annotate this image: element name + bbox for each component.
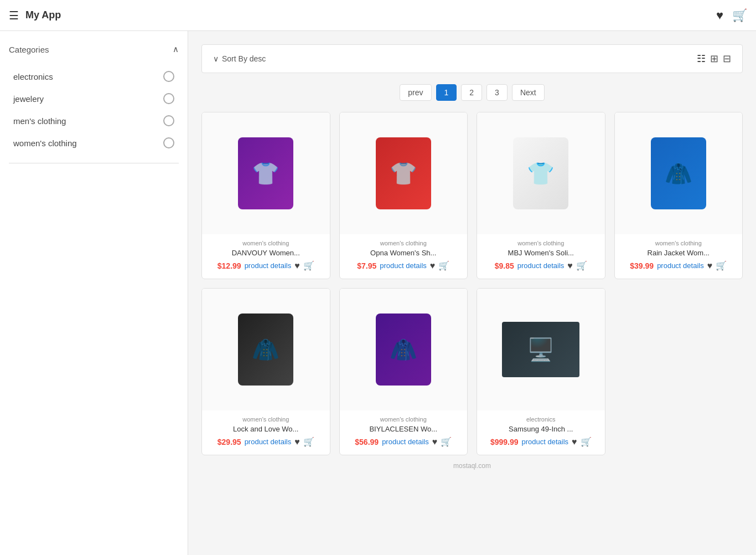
wishlist-icon[interactable]: ♥ — [716, 8, 723, 23]
product-details-link-p4[interactable]: product details — [657, 261, 704, 270]
view-list-icon[interactable]: ☷ — [697, 53, 706, 65]
product-card-p6: 🧥 women's clothing BIYLACLESEN Wo... $56… — [339, 288, 468, 455]
product-price-p6: $56.99 — [355, 438, 379, 446]
product-details-link-p1[interactable]: product details — [245, 261, 292, 270]
product-name-p4: Rain Jacket Wom... — [622, 249, 736, 257]
product-image-p7[interactable]: 🖥️ — [477, 289, 605, 410]
product-name-p6: BIYLACLESEN Wo... — [346, 425, 461, 433]
product-actions-p7: ♥ 🛒 — [572, 436, 592, 447]
topnav-actions: ♥ 🛒 — [716, 8, 747, 23]
wishlist-btn-p6[interactable]: ♥ — [432, 436, 438, 447]
wishlist-btn-p2[interactable]: ♥ — [430, 260, 436, 271]
view-toggle: ☷ ⊞ ⊟ — [697, 53, 731, 65]
womens-clothing-radio[interactable] — [163, 137, 174, 148]
page-2-button[interactable]: 2 — [461, 84, 482, 101]
product-info-p1: women's clothing DANVOUY Women... $12.99… — [202, 234, 330, 279]
categories-collapse-icon[interactable]: ∧ — [173, 44, 179, 54]
view-grid2-icon[interactable]: ⊞ — [710, 53, 718, 65]
cart-btn-p4[interactable]: 🛒 — [716, 260, 727, 271]
product-card-p1: 👕 women's clothing DANVOUY Women... $12.… — [201, 112, 330, 279]
sort-by-button[interactable]: ∨ Sort By desc — [213, 54, 266, 63]
product-image-p1[interactable]: 👕 — [202, 112, 330, 234]
product-details-link-p5[interactable]: product details — [245, 438, 292, 446]
cart-icon[interactable]: 🛒 — [732, 8, 747, 23]
menu-icon[interactable]: ☰ — [9, 9, 19, 22]
product-card-p7: 🖥️ electronics Samsung 49-Inch ... $999.… — [477, 288, 605, 455]
sidebar-divider — [9, 163, 179, 163]
product-category-p7: electronics — [484, 416, 598, 423]
product-info-p4: women's clothing Rain Jacket Wom... $39.… — [615, 234, 743, 279]
sort-bar: ∨ Sort By desc ☷ ⊞ ⊟ — [201, 44, 743, 73]
page-1-button[interactable]: 1 — [436, 84, 457, 101]
sidebar-item-jewelery[interactable]: jewelery — [9, 88, 179, 110]
product-image-p4[interactable]: 🧥 — [615, 112, 743, 234]
cart-btn-p3[interactable]: 🛒 — [576, 260, 587, 271]
sort-label-text: Sort By desc — [222, 54, 266, 63]
product-thumbnail-p1: 👕 — [238, 137, 293, 209]
product-name-p5: Lock and Love Wo... — [209, 425, 323, 433]
cart-btn-p2[interactable]: 🛒 — [438, 260, 449, 271]
electronics-radio[interactable] — [163, 71, 174, 82]
mens-clothing-radio[interactable] — [163, 115, 174, 126]
cart-btn-p5[interactable]: 🛒 — [303, 436, 314, 447]
product-card-p3: 👕 women's clothing MBJ Women's Soli... $… — [477, 112, 605, 279]
product-thumbnail-p2: 👕 — [376, 137, 431, 209]
page-3-button[interactable]: 3 — [486, 84, 508, 101]
product-price-p2: $7.95 — [357, 261, 376, 270]
product-thumbnail-p3: 👕 — [513, 137, 568, 209]
product-price-p7: $999.99 — [490, 438, 519, 446]
product-price-p1: $12.99 — [218, 261, 241, 270]
topnav: ☰ My App ♥ 🛒 — [0, 0, 756, 31]
sidebar-item-mens-clothing[interactable]: men's clothing — [9, 110, 179, 132]
wishlist-btn-p4[interactable]: ♥ — [707, 260, 713, 271]
next-button[interactable]: Next — [512, 84, 545, 101]
sort-chevron-icon: ∨ — [213, 54, 219, 63]
wishlist-btn-p3[interactable]: ♥ — [567, 260, 573, 271]
product-details-link-p2[interactable]: product details — [380, 261, 427, 270]
product-grid-row1: 👕 women's clothing DANVOUY Women... $12.… — [201, 112, 743, 279]
product-image-p2[interactable]: 👕 — [340, 112, 468, 234]
product-image-p5[interactable]: 🧥 — [202, 289, 330, 410]
cart-btn-p7[interactable]: 🛒 — [581, 436, 592, 447]
product-details-link-p6[interactable]: product details — [382, 438, 429, 446]
product-image-p6[interactable]: 🧥 — [340, 289, 468, 410]
prev-button[interactable]: prev — [400, 84, 431, 101]
cart-btn-p6[interactable]: 🛒 — [441, 436, 452, 447]
product-price-p3: $9.85 — [495, 261, 514, 270]
product-image-p3[interactable]: 👕 — [477, 112, 605, 234]
wishlist-btn-p1[interactable]: ♥ — [294, 260, 300, 271]
product-info-p2: women's clothing Opna Women's Sh... $7.9… — [340, 234, 468, 279]
categories-label: Categories — [9, 45, 49, 54]
product-details-link-p7[interactable]: product details — [522, 438, 569, 446]
product-thumbnail-p6: 🧥 — [376, 314, 431, 386]
product-thumbnail-p4: 🧥 — [651, 137, 706, 209]
watermark: mostaql.com — [201, 455, 743, 476]
product-actions-p6: ♥ 🛒 — [432, 436, 452, 447]
product-name-p2: Opna Women's Sh... — [346, 249, 461, 257]
product-footer-p7: $999.99 product details ♥ 🛒 — [484, 436, 598, 447]
cart-btn-p1[interactable]: 🛒 — [303, 260, 314, 271]
pagination: prev 1 2 3 Next — [201, 84, 743, 101]
app-title: My App — [25, 9, 716, 21]
jewelery-radio[interactable] — [163, 93, 174, 104]
view-grid3-icon[interactable]: ⊟ — [723, 53, 731, 65]
categories-header: Categories ∧ — [9, 44, 179, 54]
product-name-p7: Samsung 49-Inch ... — [484, 425, 598, 433]
mens-clothing-label: men's clothing — [13, 116, 66, 126]
sidebar-item-electronics[interactable]: electronics — [9, 65, 179, 88]
product-card-p5: 🧥 women's clothing Lock and Love Wo... $… — [201, 288, 330, 455]
product-footer-p1: $12.99 product details ♥ 🛒 — [209, 260, 323, 271]
product-actions-p2: ♥ 🛒 — [430, 260, 450, 271]
product-actions-p5: ♥ 🛒 — [294, 436, 314, 447]
product-info-p3: women's clothing MBJ Women's Soli... $9.… — [477, 234, 605, 279]
sidebar-item-womens-clothing[interactable]: women's clothing — [9, 132, 179, 154]
product-category-p1: women's clothing — [209, 240, 323, 246]
product-footer-p6: $56.99 product details ♥ 🛒 — [346, 436, 461, 447]
sidebar: Categories ∧ electronics jewelery men's … — [0, 31, 188, 555]
product-actions-p1: ♥ 🛒 — [294, 260, 314, 271]
product-details-link-p3[interactable]: product details — [517, 261, 565, 270]
product-category-p2: women's clothing — [346, 240, 461, 246]
wishlist-btn-p5[interactable]: ♥ — [294, 436, 300, 447]
wishlist-btn-p7[interactable]: ♥ — [572, 436, 577, 447]
product-info-p7: electronics Samsung 49-Inch ... $999.99 … — [477, 410, 605, 455]
